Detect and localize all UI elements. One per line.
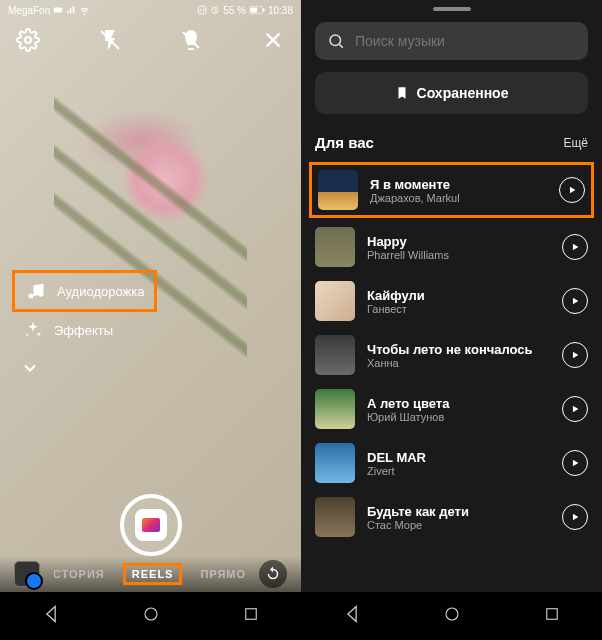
play-button[interactable] (562, 234, 588, 260)
saved-button[interactable]: Сохраненное (315, 72, 588, 114)
svg-rect-1 (198, 6, 206, 14)
nav-home-icon[interactable] (443, 605, 461, 627)
music-note-icon (25, 280, 47, 302)
battery-percent: 55 % (223, 5, 246, 16)
android-nav-bar (0, 592, 301, 640)
shutter-button[interactable] (120, 494, 182, 556)
search-input[interactable] (355, 33, 576, 49)
play-button[interactable] (559, 177, 585, 203)
music-picker-screen: Сохраненное Для вас Ещё Я в моменте Джар… (301, 0, 602, 640)
track-title: Будьте как дети (367, 504, 550, 519)
nfc-icon (197, 5, 207, 15)
android-nav-bar (301, 592, 602, 640)
track-artist: Ганвест (367, 303, 550, 315)
section-title: Для вас (315, 134, 374, 151)
track-cover (315, 281, 355, 321)
battery-icon (249, 5, 265, 15)
track-cover (315, 227, 355, 267)
track-row[interactable]: Я в моменте Джарахов, Markul (309, 162, 594, 218)
sparkle-icon (22, 319, 44, 341)
track-artist: Zivert (367, 465, 550, 477)
search-box[interactable] (315, 22, 588, 60)
more-link[interactable]: Ещё (563, 136, 588, 150)
svg-rect-0 (54, 8, 62, 13)
flip-camera-button[interactable] (259, 560, 287, 588)
carrier-label: MegaFon (8, 5, 50, 16)
track-title: А лето цвета (367, 396, 550, 411)
settings-icon[interactable] (14, 26, 42, 54)
track-row[interactable]: Будьте как дети Стас Море (301, 490, 602, 544)
audio-track-option[interactable]: Аудиодорожка (12, 270, 157, 312)
mode-selector[interactable]: ИСТОРИЯ REELS ПРЯМОЙ (54, 563, 245, 585)
svg-point-11 (145, 608, 157, 620)
touchup-icon[interactable] (177, 26, 205, 54)
track-title: Happy (367, 234, 550, 249)
track-artist: Pharrell Williams (367, 249, 550, 261)
reels-logo-icon (135, 509, 167, 541)
signal-icon (66, 5, 76, 15)
play-button[interactable] (562, 504, 588, 530)
track-title: Я в моменте (370, 177, 547, 192)
chevron-down-icon[interactable] (20, 358, 40, 382)
track-artist: Джарахов, Markul (370, 192, 547, 204)
track-artist: Ханна (367, 357, 550, 369)
effects-label: Эффекты (54, 323, 113, 338)
nav-recent-icon[interactable] (242, 605, 260, 627)
nav-back-icon[interactable] (41, 604, 61, 628)
track-row[interactable]: Happy Pharrell Williams (301, 220, 602, 274)
mode-live[interactable]: ПРЯМОЙ (200, 568, 245, 580)
mode-story[interactable]: ИСТОРИЯ (54, 568, 105, 580)
track-list[interactable]: Я в моменте Джарахов, Markul Happy Pharr… (301, 160, 602, 592)
wifi-icon (79, 5, 90, 16)
drag-handle[interactable] (433, 7, 471, 11)
track-title: DEL MAR (367, 450, 550, 465)
svg-point-6 (25, 37, 31, 43)
track-cover (315, 389, 355, 429)
svg-line-14 (339, 44, 342, 47)
audio-track-label: Аудиодорожка (57, 284, 144, 299)
track-cover (315, 443, 355, 483)
svg-rect-16 (547, 609, 558, 620)
play-button[interactable] (562, 288, 588, 314)
play-button[interactable] (562, 342, 588, 368)
alarm-icon (210, 5, 220, 15)
close-icon[interactable] (259, 26, 287, 54)
track-cover (315, 497, 355, 537)
play-button[interactable] (562, 396, 588, 422)
play-button[interactable] (562, 450, 588, 476)
mode-reels[interactable]: REELS (123, 563, 183, 585)
nav-recent-icon[interactable] (543, 605, 561, 627)
effects-option[interactable]: Эффекты (12, 312, 157, 348)
flash-off-icon[interactable] (96, 26, 124, 54)
track-cover (315, 335, 355, 375)
track-row[interactable]: Кайфули Ганвест (301, 274, 602, 328)
track-cover (318, 170, 358, 210)
svg-point-15 (446, 608, 458, 620)
track-title: Чтобы лето не кончалось (367, 342, 550, 357)
clock: 10:38 (268, 5, 293, 16)
nav-back-icon[interactable] (342, 604, 362, 628)
svg-point-13 (330, 35, 341, 46)
svg-rect-5 (263, 8, 264, 12)
svg-rect-4 (250, 8, 257, 13)
search-icon (327, 32, 345, 50)
track-row[interactable]: DEL MAR Zivert (301, 436, 602, 490)
track-row[interactable]: Чтобы лето не кончалось Ханна (301, 328, 602, 382)
track-title: Кайфули (367, 288, 550, 303)
saved-label: Сохраненное (417, 85, 509, 101)
track-row[interactable]: А лето цвета Юрий Шатунов (301, 382, 602, 436)
reels-camera-screen: MegaFon 55 % 10:38 (0, 0, 301, 640)
track-artist: Юрий Шатунов (367, 411, 550, 423)
volte-icon (53, 5, 63, 15)
status-bar: MegaFon 55 % 10:38 (0, 0, 301, 20)
svg-rect-12 (246, 609, 257, 620)
bookmark-icon (395, 85, 409, 101)
gallery-button[interactable] (14, 561, 40, 587)
track-artist: Стас Море (367, 519, 550, 531)
nav-home-icon[interactable] (142, 605, 160, 627)
